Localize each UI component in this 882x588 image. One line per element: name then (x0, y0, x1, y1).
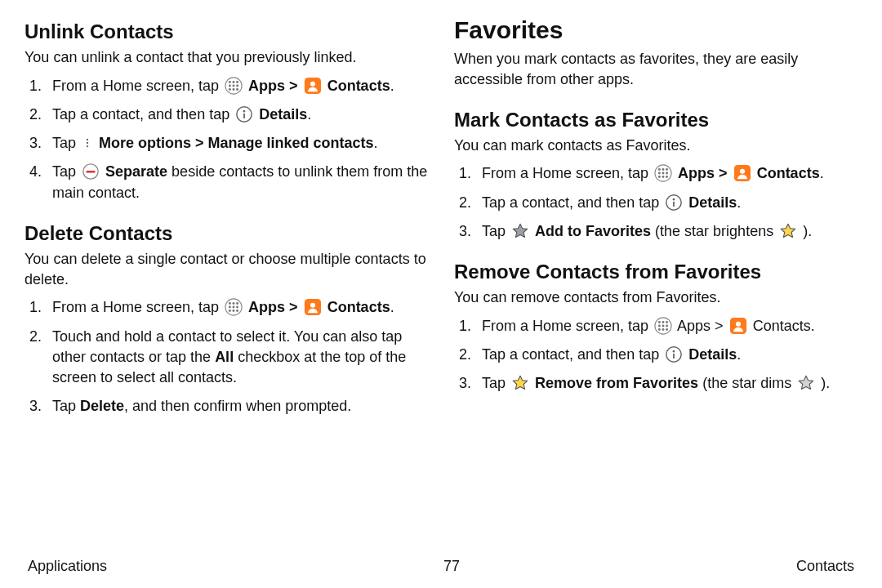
step: From a Home screen, tap Apps > Contacts. (454, 163, 858, 184)
apps-icon (225, 298, 243, 316)
contacts-icon (729, 317, 747, 335)
contacts-icon (304, 298, 322, 316)
heading-remove-favorites: Remove Contacts from Favorites (454, 260, 858, 284)
steps-unlink: From a Home screen, tap Apps > Contacts.… (24, 76, 428, 203)
more-icon (82, 134, 93, 152)
footer-left: Applications (28, 558, 107, 575)
step: Tap a contact, and then tap Details. (454, 345, 858, 365)
step: Touch and hold a contact to select it. Y… (24, 327, 428, 389)
right-column: Favorites When you mark contacts as favo… (454, 15, 858, 555)
footer-right: Contacts (796, 558, 854, 575)
apps-icon (225, 77, 243, 95)
intro-mark: You can mark contacts as Favorites. (454, 136, 858, 156)
steps-remove: From a Home screen, tap Apps > Contacts.… (454, 316, 858, 394)
step: From a Home screen, tap Apps > Contacts. (24, 76, 428, 96)
step: Tap Add to Favorites (the star brightens… (454, 221, 858, 242)
step: Tap a contact, and then tap Details. (24, 105, 428, 125)
intro-favorites: When you mark contacts as favorites, the… (454, 49, 858, 90)
star-dim-icon (511, 222, 529, 240)
info-icon (235, 105, 253, 123)
step: Tap Delete, and then confirm when prompt… (24, 396, 428, 416)
star-bright-icon (511, 374, 529, 392)
footer-page-number: 77 (443, 558, 460, 575)
left-column: Unlink Contacts You can unlink a contact… (24, 15, 428, 555)
step: Tap More options > Manage linked contact… (24, 133, 428, 154)
page-footer: Applications 77 Contacts (24, 555, 858, 578)
contacts-icon (733, 164, 751, 182)
info-icon (665, 345, 683, 363)
steps-delete: From a Home screen, tap Apps > Contacts.… (24, 297, 428, 416)
intro-unlink: You can unlink a contact that you previo… (24, 47, 428, 68)
heading-delete-contacts: Delete Contacts (24, 221, 428, 246)
info-icon (665, 194, 683, 212)
intro-delete: You can delete a single contact or choos… (24, 249, 428, 290)
apps-icon (654, 317, 672, 335)
star-bright-icon (779, 222, 797, 240)
contacts-icon (304, 77, 322, 95)
star-dim-icon (797, 374, 815, 392)
step: Tap Remove from Favorites (the star dims… (454, 373, 858, 394)
heading-mark-favorites: Mark Contacts as Favorites (454, 108, 858, 132)
steps-mark: From a Home screen, tap Apps > Contacts.… (454, 163, 858, 242)
minus-icon (82, 163, 100, 180)
intro-remove: You can remove contacts from Favorites. (454, 287, 858, 308)
step: From a Home screen, tap Apps > Contacts. (24, 297, 428, 318)
step: Tap a contact, and then tap Details. (454, 193, 858, 213)
heading-favorites: Favorites (454, 16, 858, 44)
step: From a Home screen, tap Apps > Contacts. (454, 316, 858, 336)
apps-icon (654, 164, 672, 182)
step: Tap Separate beside contacts to unlink t… (24, 162, 428, 203)
heading-unlink-contacts: Unlink Contacts (24, 20, 428, 44)
